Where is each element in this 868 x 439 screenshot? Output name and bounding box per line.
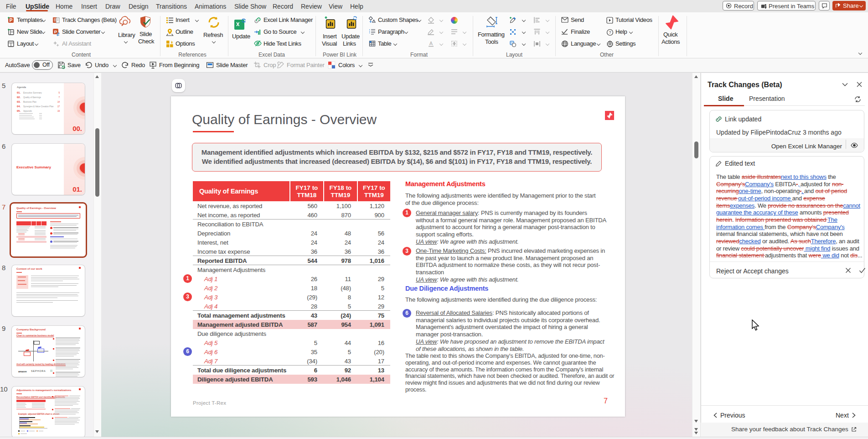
svg-text:P: P (10, 18, 13, 23)
svg-text:A: A (429, 41, 433, 46)
svg-text:?: ? (609, 30, 611, 35)
svg-text:P: P (54, 29, 57, 34)
